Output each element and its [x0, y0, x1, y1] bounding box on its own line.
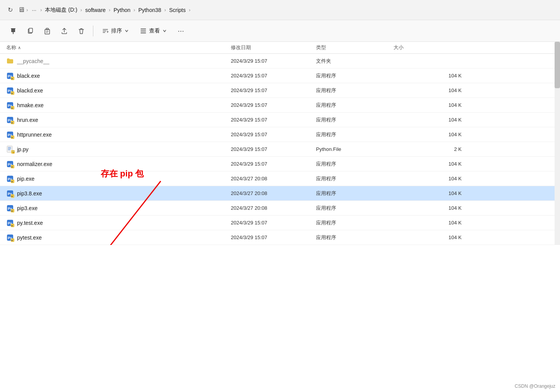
- sort-button[interactable]: 排序: [98, 25, 133, 37]
- table-row[interactable]: Py e pip.exe2024/3/27 20:08应用程序104 K: [0, 171, 560, 186]
- table-row[interactable]: Py e pip3.8.exe2024/3/27 20:08应用程序104 K: [0, 186, 560, 201]
- file-size: 104 K: [393, 235, 471, 240]
- file-name: jp.py: [17, 146, 29, 152]
- file-modified: 2024/3/29 15:07: [231, 220, 316, 226]
- svg-rect-2: [13, 32, 14, 34]
- file-size: 104 K: [393, 190, 471, 196]
- file-type: 应用程序: [316, 131, 393, 138]
- table-row[interactable]: Py e normalizer.exe2024/3/29 15:07应用程序10…: [0, 157, 560, 171]
- svg-rect-5: [45, 29, 50, 34]
- delete-icon: [77, 27, 85, 35]
- breadcrumb-software[interactable]: software: [84, 6, 107, 14]
- file-size: 104 K: [393, 220, 471, 226]
- file-size: 2 K: [393, 146, 471, 152]
- file-size: 104 K: [393, 205, 471, 211]
- table-row[interactable]: Py e hrun.exe2024/3/29 15:07应用程序104 K: [0, 113, 560, 127]
- col-header-name[interactable]: 名称 ∧: [6, 44, 231, 51]
- file-name-cell: Py e black.exe: [6, 72, 231, 80]
- column-headers: 名称 ∧ 修改日期 类型 大小: [0, 42, 560, 54]
- file-name: normalizer.exe: [17, 161, 52, 167]
- breadcrumb-local-disk[interactable]: 本地磁盘 (D:): [43, 6, 79, 14]
- paste-button[interactable]: [40, 24, 54, 38]
- file-modified: 2024/3/29 15:07: [231, 132, 316, 137]
- breadcrumb-more[interactable]: ···: [29, 6, 39, 14]
- svg-rect-6: [46, 28, 48, 30]
- breadcrumb-python38[interactable]: Python38: [137, 6, 163, 14]
- file-icon: Py e: [6, 87, 14, 94]
- file-modified: 2024/3/27 20:08: [231, 176, 316, 181]
- file-list: __pycache__2024/3/29 15:07文件夹 Py e black…: [0, 54, 560, 245]
- file-icon: Py e: [6, 131, 14, 139]
- file-name-cell: Py e hrun.exe: [6, 116, 231, 124]
- file-name: pytest.exe: [17, 235, 42, 241]
- file-name-cell: Py e pip3.8.exe: [6, 190, 231, 197]
- file-name: py.test.exe: [17, 220, 43, 226]
- scrollbar-thumb[interactable]: [555, 42, 560, 88]
- file-icon: Py e: [6, 175, 14, 183]
- file-type: 应用程序: [316, 161, 393, 168]
- file-modified: 2024/3/27 20:08: [231, 205, 316, 211]
- more-options-button[interactable]: ···: [174, 24, 188, 38]
- file-modified: 2024/3/27 20:08: [231, 190, 316, 196]
- svg-rect-4: [29, 28, 33, 33]
- view-icon: [140, 27, 147, 34]
- file-size: 104 K: [393, 132, 471, 137]
- refresh-button[interactable]: ↻: [5, 5, 15, 15]
- file-type: 应用程序: [316, 116, 393, 123]
- more-dots-icon: ···: [178, 26, 184, 35]
- copy-icon: [26, 27, 34, 35]
- table-row[interactable]: __pycache__2024/3/29 15:07文件夹: [0, 54, 560, 68]
- file-modified: 2024/3/29 15:07: [231, 87, 316, 93]
- breadcrumb-scripts[interactable]: Scripts: [168, 6, 187, 14]
- sep-5: ›: [134, 7, 135, 13]
- file-type: 应用程序: [316, 102, 393, 109]
- file-size: 104 K: [393, 87, 471, 93]
- file-name-cell: Py e httprunner.exe: [6, 131, 231, 139]
- file-area: 名称 ∧ 修改日期 类型 大小 __pycache__2024/3/29 15:…: [0, 42, 560, 245]
- file-name: blackd.exe: [17, 87, 43, 94]
- col-header-modified[interactable]: 修改日期: [231, 44, 316, 51]
- delete-button[interactable]: [74, 24, 88, 38]
- toolbar-separator: [93, 26, 93, 36]
- file-name-cell: 🔒 jp.py: [6, 146, 231, 153]
- table-row[interactable]: Py e blackd.exe2024/3/29 15:07应用程序104 K: [0, 83, 560, 98]
- file-icon: Py e: [6, 160, 14, 168]
- table-row[interactable]: Py e pip3.exe2024/3/27 20:08应用程序104 K: [0, 201, 560, 216]
- file-modified: 2024/3/29 15:07: [231, 73, 316, 79]
- svg-text:🔒: 🔒: [12, 151, 15, 154]
- file-type: 应用程序: [316, 87, 393, 94]
- view-label: 查看: [149, 27, 160, 34]
- copy-button[interactable]: [23, 24, 37, 38]
- table-row[interactable]: Py e pytest.exe2024/3/29 15:07应用程序104 K: [0, 230, 560, 245]
- file-size: 104 K: [393, 176, 471, 181]
- file-icon: 🔒: [6, 146, 14, 153]
- sep-1: ›: [26, 7, 28, 13]
- table-row[interactable]: Py e black.exe2024/3/29 15:07应用程序104 K: [0, 68, 560, 83]
- file-icon: Py e: [6, 234, 14, 241]
- file-modified: 2024/3/29 15:07: [231, 58, 316, 64]
- file-name: pip.exe: [17, 176, 34, 182]
- svg-rect-9: [141, 29, 146, 29]
- table-row[interactable]: Py e hmake.exe2024/3/29 15:07应用程序104 K: [0, 98, 560, 113]
- file-type: 应用程序: [316, 175, 393, 182]
- col-header-size[interactable]: 大小: [393, 44, 471, 51]
- scrollbar-track[interactable]: [555, 42, 560, 245]
- view-button[interactable]: 查看: [136, 25, 171, 37]
- table-row[interactable]: Py e httprunner.exe2024/3/29 15:07应用程序10…: [0, 127, 560, 142]
- file-name: pip3.exe: [17, 205, 38, 211]
- file-name: hmake.exe: [17, 102, 43, 108]
- table-row[interactable]: Py e py.test.exe2024/3/29 15:07应用程序104 K: [0, 216, 560, 230]
- file-name: __pycache__: [17, 58, 49, 64]
- file-name-cell: __pycache__: [6, 57, 231, 65]
- file-type: 文件夹: [316, 58, 393, 65]
- file-name-cell: Py e pytest.exe: [6, 234, 231, 241]
- file-icon: Py e: [6, 72, 14, 80]
- breadcrumb-python[interactable]: Python: [112, 6, 132, 14]
- col-header-type[interactable]: 类型: [316, 44, 393, 51]
- table-row[interactable]: 🔒 jp.py2024/3/29 15:07Python.File2 K: [0, 142, 560, 157]
- watermark: CSDN @Orangejuz: [515, 383, 555, 389]
- sep-2: ›: [40, 7, 42, 13]
- toolbar: 排序 查看 ···: [0, 20, 560, 42]
- pin-button[interactable]: [6, 24, 20, 38]
- share-button[interactable]: [57, 24, 71, 38]
